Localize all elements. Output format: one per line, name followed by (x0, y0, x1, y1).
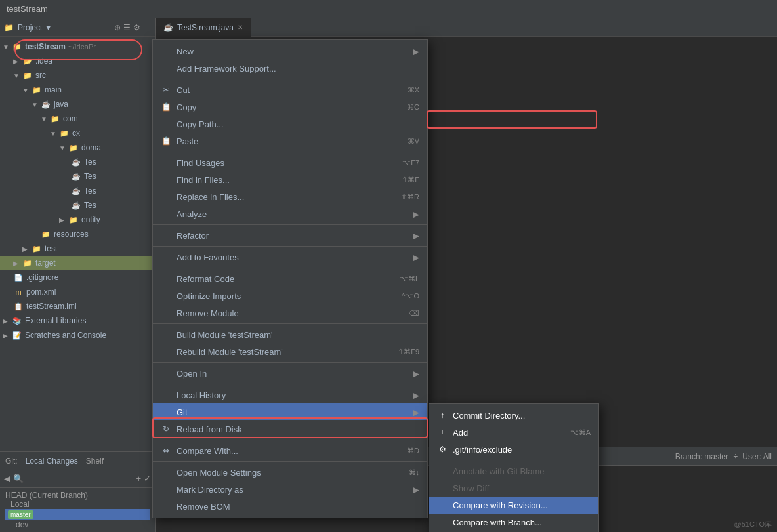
submenu-arrow: ▶ (413, 485, 419, 495)
menu-label: Open In (177, 369, 408, 379)
tree-item-com[interactable]: ▼ 📁 com (0, 112, 155, 126)
context-menu: New ▶ Add Framework Support... ✂ Cut ⌘X … (152, 39, 428, 518)
toolbar-icon-1[interactable]: ⊕ (114, 23, 121, 32)
sidebar-bottom: Git: Local Changes Shelf ◀ 🔍 + ✓ HEAD (C… (0, 451, 155, 532)
git-item-annotate: Annotate with Git Blame (429, 462, 598, 480)
menu-item-copy[interactable]: 📋 Copy ⌘C (153, 98, 427, 115)
menu-item-new[interactable]: New ▶ (153, 43, 427, 60)
local-changes-tab[interactable]: Local Changes (26, 457, 78, 466)
tree-item-scratches[interactable]: ▶ 📝 Scratches and Console (0, 328, 155, 342)
toolbar-icon-2[interactable]: ☰ (123, 23, 131, 32)
submenu-arrow: ▶ (413, 369, 419, 379)
shortcut: ⇧⌘R (401, 193, 419, 201)
tree-item-doma[interactable]: ▼ 📁 doma (0, 140, 155, 155)
shortcut: ⌥F7 (402, 159, 419, 167)
menu-item-git[interactable]: Git ▶ ↑ Commit Directory... + Add ⌥⌘A ⚙ … (153, 403, 427, 420)
shortcut: ⌘↓ (409, 468, 420, 477)
dev-branch[interactable]: dev (5, 520, 150, 529)
tree-item-teststream[interactable]: ▼ 📁 testStream ~/IdeaPr (0, 39, 155, 54)
submenu-arrow: ▶ (413, 231, 419, 241)
git-item-gitinfo[interactable]: ⚙ .git/info/exclude (429, 441, 598, 458)
menu-item-reformat[interactable]: Reformat Code ⌥⌘L (153, 270, 427, 287)
head-branch-label: HEAD (Current Branch) (5, 491, 150, 500)
git-item-show-diff: Show Diff (429, 480, 598, 497)
shortcut: ⌥⌘L (400, 275, 419, 283)
check-icon: ✓ (144, 474, 151, 483)
menu-label: Analyze (177, 209, 408, 219)
tree-label: External Libraries (25, 316, 86, 325)
menu-icon (161, 230, 171, 241)
toolbar-icon-3[interactable]: ⚙ (133, 23, 140, 32)
menu-item-optimize-imports[interactable]: Optimize Imports ^⌥O (153, 287, 427, 304)
close-icon[interactable]: ✕ (238, 24, 243, 31)
menu-icon (161, 63, 171, 73)
xml-icon: m (13, 287, 24, 297)
menu-label: Build Module 'testStream' (177, 330, 419, 340)
tree-item-tes2[interactable]: ☕ Tes (0, 169, 155, 184)
menu-item-local-history[interactable]: Local History ▶ (153, 386, 427, 403)
git-item-commit-dir[interactable]: ↑ Commit Directory... (429, 407, 598, 424)
lib-icon: 📚 (12, 316, 22, 326)
tree-item-idea[interactable]: ▶ 📂 .idea (0, 54, 155, 68)
menu-item-refactor[interactable]: Refactor ▶ (153, 227, 427, 244)
menu-item-reload-disk[interactable]: ↻ Reload from Disk (153, 420, 427, 438)
tree-item-tes4[interactable]: ☕ Tes (0, 198, 155, 213)
menu-label: Reformat Code (177, 274, 394, 284)
toolbar-icon-4[interactable]: — (143, 23, 151, 32)
tree-item-tes3[interactable]: ☕ Tes (0, 184, 155, 198)
menu-item-remove-bom[interactable]: Remove BOM (153, 498, 427, 515)
file-icon: 📄 (13, 272, 24, 283)
menu-item-add-framework[interactable]: Add Framework Support... (153, 60, 427, 77)
paste-icon: 📋 (161, 136, 171, 146)
menu-item-replace-in-files[interactable]: Replace in Files... ⇧⌘R (153, 188, 427, 205)
shortcut: ⌫ (409, 309, 419, 317)
git-label: Add (453, 428, 565, 438)
editor-tab-teststream[interactable]: ☕ TestStream.java ✕ (156, 18, 251, 37)
shelf-tab[interactable]: Shelf (86, 457, 104, 466)
menu-item-paste[interactable]: 📋 Paste ⌘V (153, 133, 427, 150)
shortcut: ⇧⌘F9 (398, 348, 419, 356)
tree-item-test[interactable]: ▶ 📁 test (0, 241, 155, 256)
tree-item-target[interactable]: ▶ 📁 target (0, 256, 155, 270)
git-label: Annotate with Git Blame (453, 466, 591, 476)
tree-label: main (45, 85, 62, 94)
menu-label: Replace in Files... (177, 192, 396, 202)
menu-item-compare-with[interactable]: ⇔ Compare With... ⌘D (153, 442, 427, 459)
tree-item-java[interactable]: ▼ ☕ java (0, 97, 155, 112)
tree-label: entity (81, 215, 100, 224)
menu-item-open-in[interactable]: Open In ▶ (153, 365, 427, 382)
git-item-compare-branch[interactable]: Compare with Branch... (429, 514, 598, 531)
git-item-add[interactable]: + Add ⌥⌘A (429, 424, 598, 441)
tree-item-pomxml[interactable]: m pom.xml (0, 285, 155, 299)
menu-item-add-favorites[interactable]: Add to Favorites ▶ (153, 249, 427, 266)
tree-label: testStream (25, 42, 66, 51)
submenu-arrow: ▶ (413, 47, 419, 56)
menu-item-analyze[interactable]: Analyze ▶ (153, 205, 427, 222)
tree-item-resources[interactable]: 📁 resources (0, 227, 155, 241)
tree-arrow: ▼ (59, 144, 68, 152)
menu-item-cut[interactable]: ✂ Cut ⌘X (153, 81, 427, 98)
tree-item-tes1[interactable]: ☕ Tes (0, 155, 155, 169)
nav-back[interactable]: ◀ (4, 474, 10, 483)
tree-item-entity[interactable]: ▶ 📁 entity (0, 213, 155, 227)
git-submenu: ↑ Commit Directory... + Add ⌥⌘A ⚙ .git/i… (429, 403, 599, 532)
menu-icon (161, 174, 171, 185)
tree-item-gitignore[interactable]: 📄 .gitignore (0, 270, 155, 285)
tree-item-ext-libs[interactable]: ▶ 📚 External Libraries (0, 314, 155, 328)
git-item-compare-revision[interactable]: Compare with Revision... (429, 497, 598, 514)
menu-icon (161, 46, 171, 56)
tree-item-main[interactable]: ▼ 📁 main (0, 83, 155, 97)
menu-item-find-usages[interactable]: Find Usages ⌥F7 (153, 154, 427, 171)
tree-item-src[interactable]: ▼ 📁 src (0, 68, 155, 83)
menu-item-mark-directory[interactable]: Mark Directory as ▶ (153, 481, 427, 498)
menu-item-open-module-settings[interactable]: Open Module Settings ⌘↓ (153, 464, 427, 481)
menu-item-remove-module[interactable]: Remove Module ⌫ (153, 304, 427, 321)
tree-item-cx[interactable]: ▼ 📁 cx (0, 126, 155, 140)
menu-item-copy-path[interactable]: Copy Path... (153, 115, 427, 133)
menu-item-rebuild-module[interactable]: Rebuild Module 'testStream' ⇧⌘F9 (153, 343, 427, 360)
tree-arrow: ▼ (32, 101, 41, 108)
menu-item-build-module[interactable]: Build Module 'testStream' (153, 326, 427, 343)
master-branch[interactable]: master (5, 509, 150, 520)
tree-item-iml[interactable]: 📋 testStream.iml (0, 299, 155, 314)
menu-item-find-in-files[interactable]: Find in Files... ⇧⌘F (153, 171, 427, 188)
